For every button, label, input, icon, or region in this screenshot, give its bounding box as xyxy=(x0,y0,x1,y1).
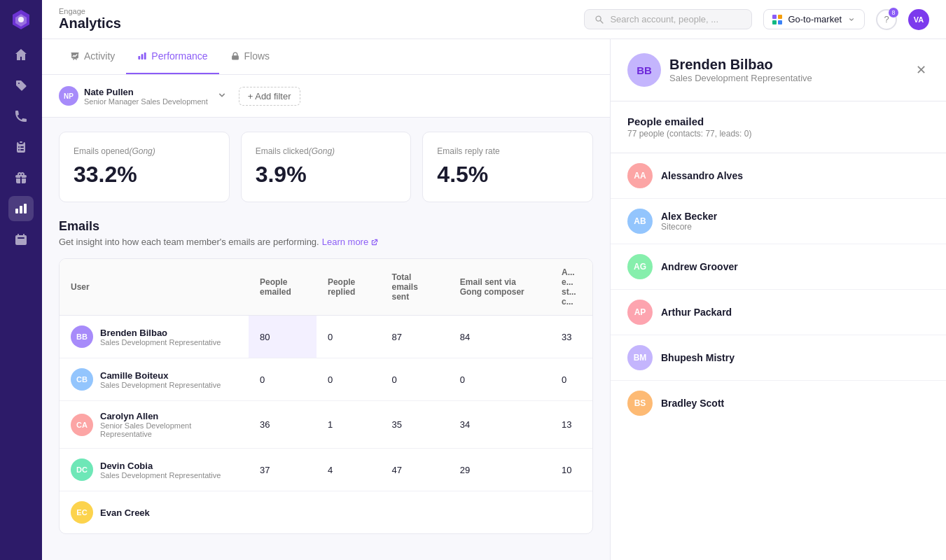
activity-icon xyxy=(70,51,80,61)
panel-person-info: Bradley Scott xyxy=(661,398,724,409)
cell-total-emails-3: 47 xyxy=(380,449,448,491)
page-content: Activity Performance Flows NP xyxy=(42,39,610,560)
panel-person-item[interactable]: AB Alex Becker Sitecore xyxy=(611,199,946,244)
cell-avg-1: 0 xyxy=(550,358,592,401)
sidebar-item-chart[interactable] xyxy=(8,196,34,221)
panel-person-avatar: AB xyxy=(627,209,653,234)
panel-person-avatar: AP xyxy=(627,300,653,325)
table-row-info: Devin Cobia Sales Development Representa… xyxy=(100,461,221,479)
stat-card-emails-clicked: Emails clicked(Gong) 3.9% xyxy=(241,132,412,202)
panel-user-avatar: BB xyxy=(627,53,661,87)
cell-people-replied-1: 0 xyxy=(317,358,381,401)
cell-email-gong-4 xyxy=(449,491,550,534)
panel-person-item[interactable]: AP Arthur Packard xyxy=(611,290,946,335)
panel-person-info: Alessandro Alves xyxy=(661,170,743,181)
table-row[interactable]: EC Evan Creek xyxy=(60,491,592,534)
svg-point-2 xyxy=(18,17,24,22)
table-row-avatar: EC xyxy=(71,501,93,524)
tab-activity[interactable]: Activity xyxy=(59,39,126,74)
cell-total-emails-4 xyxy=(380,491,448,534)
stat-label-0: Emails opened(Gong) xyxy=(74,146,215,156)
main-content: Engage Analytics Search account, people,… xyxy=(42,0,946,560)
cell-email-gong-3: 29 xyxy=(449,449,550,491)
learn-more-link[interactable]: Learn more xyxy=(322,237,379,247)
add-filter-button[interactable]: + Add filter xyxy=(239,87,300,106)
table-row[interactable]: BB Brenden Bilbao Sales Development Repr… xyxy=(60,316,592,358)
section-title: Emails xyxy=(59,219,593,234)
panel-person-name: Bradley Scott xyxy=(661,398,724,409)
tab-performance-label: Performance xyxy=(151,50,207,62)
stat-value-0: 33.2% xyxy=(74,162,215,188)
flows-icon xyxy=(230,51,240,61)
panel-person-item[interactable]: BM Bhupesh Mistry xyxy=(611,335,946,381)
panel-person-info: Alex Becker Sitecore xyxy=(661,211,717,232)
table-row[interactable]: CB Camille Boiteux Sales Development Rep… xyxy=(60,358,592,401)
table-row-role: Sales Development Representative xyxy=(100,381,221,389)
table-row-avatar: CA xyxy=(71,414,93,436)
panel-person-avatar: BS xyxy=(627,391,653,416)
panel-person-name: Alessandro Alves xyxy=(661,170,743,181)
sidebar-item-tag[interactable] xyxy=(8,73,34,98)
cell-people-emailed-2: 36 xyxy=(249,401,317,449)
workspace-button[interactable]: Go-to-market xyxy=(763,9,865,29)
col-user: User xyxy=(60,259,249,316)
sidebar-item-phone[interactable] xyxy=(8,104,34,129)
panel-person-info: Bhupesh Mistry xyxy=(661,352,735,363)
help-button[interactable]: ? 8 xyxy=(876,9,897,30)
cell-people-emailed-4 xyxy=(249,491,317,534)
stats-row: Emails opened(Gong) 33.2% Emails clicked… xyxy=(42,118,610,202)
stat-card-reply-rate: Emails reply rate 4.5% xyxy=(422,132,593,202)
tab-performance[interactable]: Performance xyxy=(126,39,218,74)
table-row-role: Sales Development Representative xyxy=(100,338,221,346)
cell-email-gong-2: 34 xyxy=(449,401,550,449)
filter-user-name: Nate Pullen xyxy=(84,87,208,97)
user-avatar[interactable]: VA xyxy=(908,9,929,30)
panel-person-item[interactable]: AG Andrew Groover xyxy=(611,244,946,290)
panel-person-info: Andrew Groover xyxy=(661,261,738,272)
table-row[interactable]: CA Carolyn Allen Senior Sales Developmen… xyxy=(60,401,592,449)
table-row-name: Devin Cobia xyxy=(100,461,221,471)
col-people-replied: People replied xyxy=(317,259,381,316)
external-link-icon xyxy=(370,238,379,246)
emails-table: User People emailed People replied Total… xyxy=(59,258,593,534)
table-row-name: Evan Creek xyxy=(100,507,150,518)
sidebar-item-calendar[interactable] xyxy=(8,227,34,252)
app-logo[interactable] xyxy=(10,8,32,31)
right-panel: BB Brenden Bilbao Sales Development Repr… xyxy=(610,39,946,560)
panel-section: People emailed 77 people (contacts: 77, … xyxy=(611,102,946,153)
cell-avg-4 xyxy=(550,491,592,534)
panel-close-button[interactable]: ✕ xyxy=(913,59,929,80)
cell-total-emails-0: 87 xyxy=(380,316,448,358)
cell-user-3: DC Devin Cobia Sales Development Represe… xyxy=(60,449,249,491)
tabs: Activity Performance Flows xyxy=(42,39,610,75)
table-row-name: Camille Boiteux xyxy=(100,370,221,381)
cell-total-emails-1: 0 xyxy=(380,358,448,401)
cell-total-emails-2: 35 xyxy=(380,401,448,449)
panel-person-item[interactable]: AA Alessandro Alves xyxy=(611,153,946,199)
filter-user-chevron[interactable] xyxy=(214,87,230,106)
col-avg: A... e... st... c... xyxy=(550,259,592,316)
col-total-emails: Total emails sent xyxy=(380,259,448,316)
stat-value-2: 4.5% xyxy=(437,162,578,188)
cell-avg-0: 33 xyxy=(550,316,592,358)
table-row[interactable]: DC Devin Cobia Sales Development Represe… xyxy=(60,449,592,491)
cell-avg-3: 10 xyxy=(550,449,592,491)
sidebar-item-home[interactable] xyxy=(8,42,34,67)
topbar: Engage Analytics Search account, people,… xyxy=(42,0,946,39)
tab-flows[interactable]: Flows xyxy=(219,39,281,74)
cell-people-replied-2: 1 xyxy=(317,401,381,449)
cell-people-replied-4 xyxy=(317,491,381,534)
search-box[interactable]: Search account, people, ... xyxy=(584,9,752,29)
app-parent-label: Engage xyxy=(59,7,121,15)
cell-email-gong-1: 0 xyxy=(449,358,550,401)
table-row-avatar: CB xyxy=(71,368,93,391)
user-filter: NP Nate Pullen Senior Manager Sales Deve… xyxy=(59,86,230,106)
tab-activity-label: Activity xyxy=(84,50,115,62)
sidebar-item-gift[interactable] xyxy=(8,165,34,190)
filter-user-info: Nate Pullen Senior Manager Sales Develop… xyxy=(84,87,208,106)
panel-person-item[interactable]: BS Bradley Scott xyxy=(611,381,946,426)
sidebar-item-tasks[interactable] xyxy=(8,134,34,160)
search-placeholder: Search account, people, ... xyxy=(610,14,718,24)
panel-header: BB Brenden Bilbao Sales Development Repr… xyxy=(611,39,946,102)
filter-bar: NP Nate Pullen Senior Manager Sales Deve… xyxy=(42,75,610,118)
